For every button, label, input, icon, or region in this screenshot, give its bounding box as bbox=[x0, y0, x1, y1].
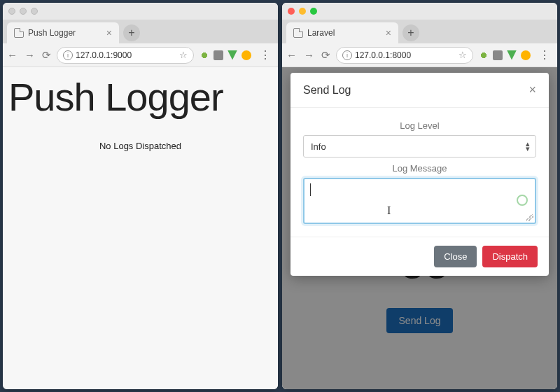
browser-window-right: Laravel × + ← → ⟳ i 127.0.0.1:8000 ☆ ⋮ L… bbox=[282, 3, 557, 389]
window-maximize-icon[interactable] bbox=[310, 8, 317, 15]
back-icon[interactable]: ← bbox=[286, 49, 297, 62]
extension-icon[interactable] bbox=[241, 50, 251, 60]
new-tab-button[interactable]: + bbox=[402, 24, 419, 41]
extension-icons bbox=[200, 50, 251, 60]
log-level-label: Log Level bbox=[303, 120, 536, 131]
tab-strip: Push Logger × + bbox=[3, 20, 278, 43]
browser-tab[interactable]: Laravel × bbox=[286, 22, 398, 43]
grammarly-icon[interactable] bbox=[517, 195, 528, 206]
back-icon[interactable]: ← bbox=[7, 49, 18, 62]
browser-tab[interactable]: Push Logger × bbox=[7, 22, 119, 43]
bookmark-icon[interactable]: ☆ bbox=[179, 50, 188, 60]
text-caret-icon bbox=[310, 183, 311, 196]
page-viewport: Push Logger No Logs Dispatched bbox=[3, 67, 278, 389]
extension-icon[interactable] bbox=[521, 50, 531, 60]
menu-icon[interactable]: ⋮ bbox=[257, 48, 274, 62]
url-text: 127.0.0.1:9000 bbox=[76, 50, 132, 60]
log-message-label: Log Message bbox=[303, 163, 536, 174]
window-titlebar bbox=[282, 3, 557, 20]
nav-controls: ← → ⟳ bbox=[286, 49, 330, 62]
dispatch-button[interactable]: Dispatch bbox=[482, 246, 538, 267]
bookmark-icon[interactable]: ☆ bbox=[458, 50, 467, 60]
log-level-select[interactable]: Info ▴▾ bbox=[303, 135, 536, 158]
modal-header: Send Log × bbox=[290, 73, 549, 108]
window-minimize-icon[interactable] bbox=[20, 8, 27, 15]
tab-strip: Laravel × + bbox=[282, 20, 557, 43]
forward-icon[interactable]: → bbox=[24, 49, 35, 62]
extension-icon[interactable] bbox=[214, 50, 223, 60]
close-icon[interactable]: × bbox=[106, 27, 112, 38]
modal-footer: Close Dispatch bbox=[290, 237, 549, 276]
close-icon[interactable]: × bbox=[528, 83, 536, 97]
modal-title: Send Log bbox=[303, 84, 351, 97]
send-log-modal: Send Log × Log Level Info ▴▾ Log Message… bbox=[290, 73, 549, 276]
traffic-lights bbox=[288, 8, 317, 15]
page-viewport: Logger Send Log Send Log × Log Level Inf… bbox=[282, 67, 557, 389]
resize-handle-icon[interactable] bbox=[526, 214, 533, 221]
page-title: Push Logger bbox=[8, 74, 272, 120]
extension-icon[interactable] bbox=[200, 50, 209, 60]
tab-title: Laravel bbox=[307, 28, 335, 38]
log-level-value: Info bbox=[311, 141, 326, 152]
log-message-input[interactable]: I bbox=[303, 178, 536, 224]
window-maximize-icon[interactable] bbox=[31, 8, 38, 15]
forward-icon[interactable]: → bbox=[304, 49, 314, 62]
reload-icon[interactable]: ⟳ bbox=[42, 49, 51, 62]
extension-icon[interactable] bbox=[479, 50, 489, 60]
site-info-icon[interactable]: i bbox=[342, 50, 352, 60]
window-close-icon[interactable] bbox=[8, 8, 15, 15]
page-icon bbox=[293, 28, 303, 38]
reload-icon[interactable]: ⟳ bbox=[321, 49, 330, 62]
extension-icon[interactable] bbox=[507, 50, 517, 60]
extension-icons bbox=[479, 50, 531, 60]
window-minimize-icon[interactable] bbox=[299, 8, 306, 15]
browser-toolbar: ← → ⟳ i 127.0.0.1:9000 ☆ ⋮ bbox=[3, 43, 278, 67]
page-icon bbox=[14, 28, 24, 38]
chevron-updown-icon: ▴▾ bbox=[526, 141, 530, 150]
ibeam-cursor-icon: I bbox=[387, 204, 391, 217]
site-info-icon[interactable]: i bbox=[63, 50, 73, 60]
extension-icon[interactable] bbox=[493, 50, 503, 60]
address-bar[interactable]: i 127.0.0.1:9000 ☆ bbox=[57, 47, 194, 64]
traffic-lights bbox=[8, 8, 38, 15]
close-icon[interactable]: × bbox=[386, 27, 391, 38]
tab-title: Push Logger bbox=[28, 28, 76, 38]
browser-window-left: Push Logger × + ← → ⟳ i 127.0.0.1:9000 ☆… bbox=[3, 3, 278, 389]
address-bar[interactable]: i 127.0.0.1:8000 ☆ bbox=[336, 47, 473, 64]
window-titlebar bbox=[3, 3, 278, 20]
window-close-icon[interactable] bbox=[288, 8, 295, 15]
nav-controls: ← → ⟳ bbox=[7, 49, 51, 62]
close-button[interactable]: Close bbox=[434, 246, 477, 267]
url-text: 127.0.0.1:8000 bbox=[355, 50, 411, 60]
new-tab-button[interactable]: + bbox=[123, 24, 140, 41]
menu-icon[interactable]: ⋮ bbox=[536, 48, 553, 62]
empty-state-text: No Logs Dispatched bbox=[8, 141, 272, 151]
browser-toolbar: ← → ⟳ i 127.0.0.1:8000 ☆ ⋮ bbox=[282, 43, 557, 67]
modal-body: Log Level Info ▴▾ Log Message I bbox=[290, 108, 549, 237]
extension-icon[interactable] bbox=[227, 50, 237, 60]
